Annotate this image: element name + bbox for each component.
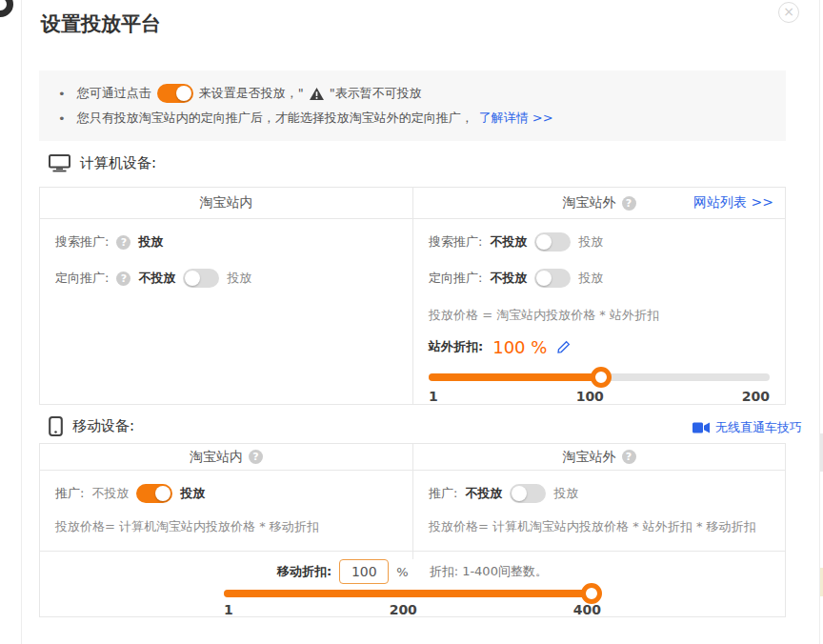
notice-text: 来设置是否投放，": [199, 85, 304, 102]
promo-on-label: 投放: [180, 485, 205, 502]
promo-label: 推广:: [429, 485, 457, 502]
search-on-label: 投放: [578, 233, 603, 251]
computer-table-header: 淘宝站内 淘宝站外 网站列表 >>: [40, 188, 785, 219]
promo-on-label: 投放: [553, 485, 578, 502]
search-promo-state: 投放: [138, 233, 163, 251]
promo-label: 推广:: [55, 485, 84, 502]
help-icon[interactable]: [116, 272, 130, 286]
computer-section-title: 计算机设备:: [80, 154, 156, 172]
slider-ticks: 1 200 400: [224, 602, 601, 617]
mobile-table-header: 淘宝站内 淘宝站外: [40, 444, 785, 471]
mobile-onsite-header: 淘宝站内: [40, 444, 412, 470]
tick-min: 1: [429, 389, 438, 404]
tick-mid: 200: [390, 602, 417, 617]
tick-mid: 100: [576, 389, 604, 404]
tick-max: 200: [742, 389, 770, 404]
search-off-label: 不投放: [490, 233, 527, 251]
computer-table-body: 搜索推广: 投放 定向推广: 不投放 投放 搜索推广:: [40, 219, 785, 404]
toggle-knob: [185, 271, 200, 286]
edit-pencil-icon[interactable]: [556, 340, 571, 354]
target-off-label: 不投放: [490, 270, 527, 287]
notice-line-2: 您只有投放淘宝站内的定向推广后，才能选择投放淘宝站外的定向推广， 了解详情 >>: [58, 106, 767, 131]
notice-line-1: 您可通过点击 来设置是否投放，" "表示暂不可投放: [58, 81, 767, 106]
computer-offsite-search-row: 搜索推广: 不投放 投放: [429, 232, 770, 252]
help-icon[interactable]: [622, 196, 636, 211]
mobile-table-body: 推广: 不投放 投放 投放价格= 计算机淘宝站内投放价格 * 移动折扣 推广: …: [40, 471, 785, 551]
computer-section-header: 计算机设备:: [49, 154, 156, 172]
page-title: 设置投放平台: [41, 10, 161, 37]
toggle-knob: [155, 486, 171, 501]
slider-ticks: 1 100 200: [429, 389, 770, 404]
wireless-tips-link-row: 无线直通车技巧: [693, 419, 802, 436]
computer-onsite-search-row: 搜索推广: 投放: [55, 232, 397, 252]
computer-offsite-target-toggle[interactable]: [534, 269, 571, 288]
offsite-discount-row: 站外折扣: 100 %: [429, 335, 770, 358]
tick-max: 400: [573, 602, 601, 617]
slider-track[interactable]: [429, 373, 770, 381]
mobile-section-header: 移动设备:: [49, 416, 134, 436]
learn-more-link[interactable]: 了解详情 >>: [479, 110, 553, 127]
slider-handle[interactable]: [581, 583, 602, 604]
toggle-knob: [536, 271, 552, 286]
page: 设置投放平台 × 您可通过点击 来设置是否投放，" "表示暂不可投放 您只有投放…: [0, 0, 823, 644]
mobile-offsite-promo-toggle[interactable]: [510, 484, 546, 503]
toggle-example-on[interactable]: [157, 84, 193, 103]
computer-offsite-header: 淘宝站外 网站列表 >>: [412, 188, 785, 218]
warning-icon: [310, 88, 324, 100]
offsite-discount-label: 站外折扣:: [429, 338, 483, 355]
slider-track[interactable]: [224, 590, 601, 597]
computer-icon: [49, 154, 70, 172]
mobile-offsite-cell: 推广: 不投放 投放 投放价格= 计算机淘宝站内投放价格 * 站外折扣 * 移动…: [412, 471, 785, 559]
tick-min: 1: [224, 602, 233, 617]
mobile-discount-block: 移动折扣: % 折扣: 1-400间整数。 1 200 400: [40, 551, 785, 617]
help-icon[interactable]: [116, 235, 130, 250]
mobile-onsite-promo-toggle[interactable]: [136, 484, 172, 503]
background-partial-circle-decoration: [0, 0, 13, 17]
notice-text: 您只有投放淘宝站内的定向推广后，才能选择投放淘宝站外的定向推广，: [77, 110, 473, 127]
toggle-knob: [536, 234, 552, 250]
mobile-discount-hint: 折扣: 1-400间整数。: [430, 563, 548, 580]
computer-offsite-search-toggle[interactable]: [534, 232, 571, 252]
search-promo-label: 搜索推广:: [55, 233, 109, 251]
mobile-onsite-promo-row: 推广: 不投放 投放: [55, 483, 397, 504]
target-promo-label: 定向推广:: [429, 270, 482, 287]
mobile-offsite-price-formula: 投放价格= 计算机淘宝站内投放价格 * 站外折扣 * 移动折扣: [429, 518, 770, 535]
computer-onsite-target-toggle[interactable]: [183, 269, 219, 288]
notice-box: 您可通过点击 来设置是否投放，" "表示暂不可投放 您只有投放淘宝站内的定向推广…: [39, 70, 786, 141]
notice-text: 您可通过点击: [77, 85, 151, 102]
wireless-tips-link[interactable]: 无线直通车技巧: [715, 419, 802, 436]
offsite-price-formula: 投放价格 = 淘宝站内投放价格 * 站外折扣: [429, 307, 770, 324]
mobile-discount-row: 移动折扣: % 折扣: 1-400间整数。: [40, 558, 785, 585]
mobile-onsite-header-label: 淘宝站内: [190, 449, 243, 466]
toggle-knob: [176, 86, 191, 101]
target-on-label: 投放: [578, 270, 603, 287]
close-icon[interactable]: ×: [778, 2, 799, 23]
promo-off-label: 不投放: [91, 485, 129, 502]
phone-icon: [49, 416, 63, 436]
target-promo-label: 定向推广:: [55, 270, 109, 287]
mobile-discount-input[interactable]: [339, 559, 389, 584]
mobile-offsite-header-label: 淘宝站外: [563, 449, 616, 466]
mobile-offsite-header: 淘宝站外: [412, 444, 785, 470]
slider-fill: [429, 373, 601, 381]
slider-fill: [224, 590, 601, 597]
mobile-onsite-price-formula: 投放价格= 计算机淘宝站内投放价格 * 移动折扣: [55, 518, 397, 535]
notice-text: "表示暂不可投放: [330, 85, 422, 102]
promo-off-label: 不投放: [465, 485, 502, 502]
help-icon[interactable]: [622, 450, 636, 464]
search-promo-label: 搜索推广:: [429, 233, 482, 251]
mobile-onsite-cell: 推广: 不投放 投放 投放价格= 计算机淘宝站内投放价格 * 移动折扣: [40, 471, 412, 559]
offsite-discount-value: 100 %: [492, 337, 547, 357]
computer-onsite-target-row: 定向推广: 不投放 投放: [55, 269, 397, 288]
target-off-label: 不投放: [138, 270, 175, 287]
computer-platform-table: 淘宝站内 淘宝站外 网站列表 >> 搜索推广: 投放 定向推广:: [39, 187, 786, 405]
site-list-link[interactable]: 网站列表 >>: [693, 194, 773, 211]
computer-offsite-target-row: 定向推广: 不投放 投放: [429, 269, 770, 288]
computer-onsite-header-label: 淘宝站内: [200, 194, 253, 211]
target-on-label: 投放: [227, 270, 251, 287]
mobile-offsite-promo-row: 推广: 不投放 投放: [429, 483, 770, 504]
slider-handle[interactable]: [591, 367, 612, 388]
video-camera-icon: [693, 422, 710, 433]
help-icon[interactable]: [249, 450, 263, 464]
mobile-platform-table: 淘宝站内 淘宝站外 推广: 不投放 投放 投放价格= 计算机淘宝站内投放价: [39, 443, 786, 617]
